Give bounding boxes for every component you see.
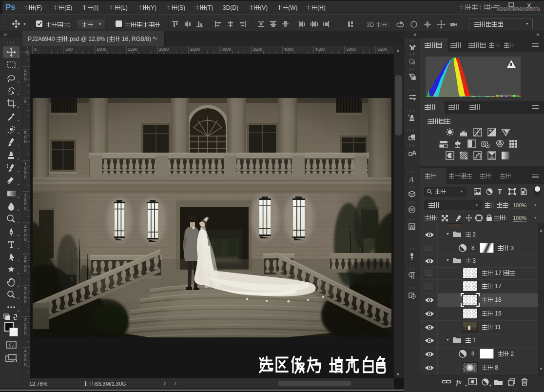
svg-text:A|: A| (410, 225, 415, 230)
svg-text:A: A (412, 149, 416, 157)
svg-text:A: A (408, 176, 414, 183)
